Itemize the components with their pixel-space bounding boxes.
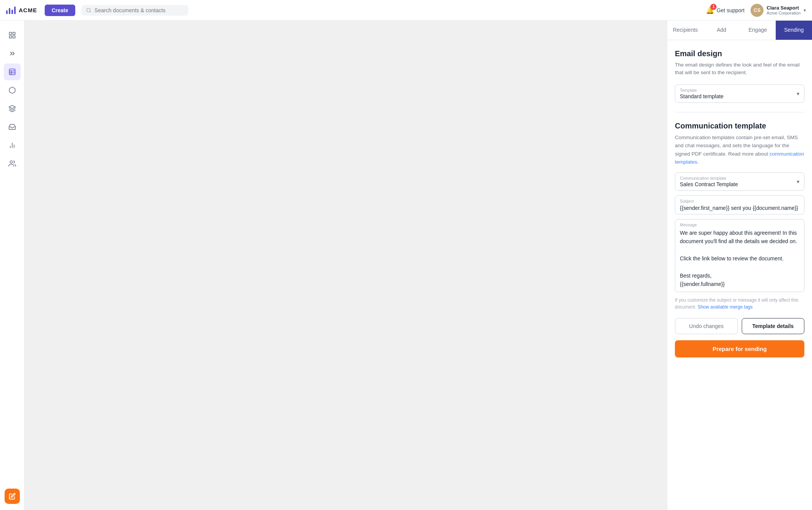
undo-changes-button[interactable]: Undo changes: [675, 318, 738, 334]
svg-marker-10: [9, 106, 15, 109]
user-company: Acme Corporation: [767, 11, 801, 15]
notification-badge: 1: [710, 4, 717, 10]
svg-point-0: [87, 8, 91, 12]
comm-template-select[interactable]: Communication template Sales Contract Te…: [675, 172, 804, 191]
search-bar[interactable]: [81, 5, 188, 16]
communication-template-section: Communication template Communication tem…: [675, 122, 804, 357]
email-design-title: Email design: [675, 49, 804, 58]
user-details: Clara Seaport Acme Corporation: [767, 5, 801, 15]
right-panel: Recipients Add Engage Sending Email desi…: [667, 21, 812, 510]
svg-rect-2: [9, 32, 11, 35]
template-chevron-icon: ▾: [797, 91, 799, 97]
avatar: CS: [751, 4, 763, 17]
comm-template-desc: Communication templates contain pre-set …: [675, 133, 804, 166]
tab-recipients[interactable]: Recipients: [667, 21, 704, 40]
template-select-group: Template Standard template ▾: [675, 84, 804, 103]
sidebar: [0, 21, 24, 510]
svg-point-14: [10, 161, 13, 164]
message-input-group[interactable]: Message We are super happy about this ag…: [675, 219, 804, 292]
svg-rect-4: [9, 36, 11, 38]
sidebar-item-contacts[interactable]: [4, 155, 21, 172]
email-design-section: Email design The email design defines th…: [675, 49, 804, 103]
email-design-desc: The email design defines the look and fe…: [675, 61, 804, 77]
tab-sending[interactable]: Sending: [776, 21, 812, 40]
comm-template-value: Sales Contract Template: [675, 173, 804, 190]
hint-text: If you customize the subject or message …: [675, 297, 804, 310]
message-value: We are super happy about this agreement!…: [675, 219, 804, 292]
template-select[interactable]: Template Standard template ▾: [675, 84, 804, 103]
navbar: ACME Create 🔔 1 Get support CS Clara Sea…: [0, 0, 812, 21]
chevron-down-icon: ▾: [804, 8, 806, 13]
sidebar-item-dashboard[interactable]: [4, 27, 21, 44]
user-name: Clara Seaport: [767, 5, 801, 11]
sidebar-bottom: [5, 489, 20, 504]
tab-add[interactable]: Add: [704, 21, 740, 40]
sidebar-item-layers[interactable]: [4, 100, 21, 117]
sidebar-item-chevrons[interactable]: [4, 45, 21, 62]
content-area: [24, 21, 667, 510]
panel-tabs: Recipients Add Engage Sending: [667, 21, 812, 40]
logo-text: ACME: [19, 7, 37, 13]
action-buttons: Undo changes Template details: [675, 318, 804, 334]
message-label: Message: [680, 223, 697, 227]
support-label: Get support: [717, 7, 744, 13]
sidebar-item-analytics[interactable]: [4, 137, 21, 154]
edit-fab[interactable]: [5, 489, 20, 504]
search-icon: [86, 7, 92, 13]
sidebar-item-inbox[interactable]: [4, 119, 21, 135]
subject-value: {{sender.first_name}} sent you {{documen…: [675, 196, 804, 214]
svg-line-1: [90, 11, 91, 12]
template-value: Standard template: [675, 85, 804, 102]
comm-template-title: Communication template: [675, 122, 804, 130]
main-layout: Recipients Add Engage Sending Email desi…: [0, 21, 812, 510]
merge-tags-link[interactable]: Show available merge tags: [697, 304, 752, 310]
logo-icon: [6, 6, 16, 14]
tab-engage[interactable]: Engage: [740, 21, 776, 40]
support-button[interactable]: 🔔 1 Get support: [706, 6, 744, 15]
svg-rect-6: [9, 69, 15, 75]
subject-label: Subject: [680, 199, 694, 203]
svg-rect-3: [13, 32, 15, 35]
subject-input-group[interactable]: Subject {{sender.first_name}} sent you {…: [675, 195, 804, 214]
logo: ACME: [6, 6, 37, 14]
sidebar-item-documents[interactable]: [4, 63, 21, 80]
search-input[interactable]: [94, 7, 183, 13]
sidebar-item-packages[interactable]: [4, 82, 21, 99]
svg-rect-5: [13, 36, 15, 38]
panel-body: Email design The email design defines th…: [667, 40, 812, 510]
prepare-for-sending-button[interactable]: Prepare for sending: [675, 340, 804, 357]
create-button[interactable]: Create: [45, 5, 75, 16]
navbar-right: 🔔 1 Get support CS Clara Seaport Acme Co…: [706, 4, 806, 17]
template-details-button[interactable]: Template details: [742, 318, 805, 334]
comm-template-chevron-icon: ▾: [797, 179, 799, 185]
divider-1: [675, 112, 804, 112]
user-menu[interactable]: CS Clara Seaport Acme Corporation ▾: [751, 4, 806, 17]
